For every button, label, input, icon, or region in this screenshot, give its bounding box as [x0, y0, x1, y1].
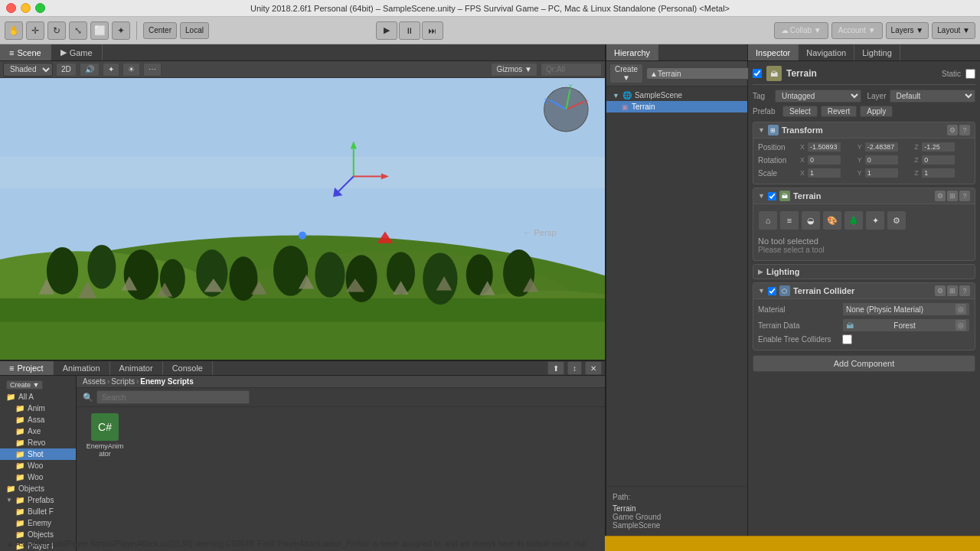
rot-y-input[interactable]: [864, 155, 899, 165]
terrain-smooth-btn[interactable]: ◒: [801, 210, 821, 230]
local-btn[interactable]: Local: [180, 22, 209, 39]
account-btn[interactable]: Account ▼: [831, 22, 883, 39]
terrain-collider-checkbox[interactable]: [768, 287, 776, 295]
terrain-comp-header[interactable]: ▼ 🏔 Terrain ⚙ ⊞ ?: [753, 188, 975, 204]
terrain-collider-ref-btn[interactable]: ⊞: [947, 285, 958, 296]
scene-tab[interactable]: ≡ Scene: [0, 44, 51, 60]
lighting-header[interactable]: ▶ Lighting: [753, 265, 975, 279]
hierarchy-scene-item[interactable]: ▼ 🌐 SampleScene: [606, 90, 747, 101]
terrain-comp-checkbox[interactable]: [768, 192, 776, 201]
center-btn[interactable]: Center: [143, 22, 177, 39]
project-item-create[interactable]: Create ▼: [0, 379, 76, 391]
inspector-tab[interactable]: Inspector: [748, 44, 799, 60]
terrain-paint-details-btn[interactable]: ✦: [865, 210, 885, 230]
tag-select[interactable]: Untagged: [775, 90, 861, 103]
animator-tab[interactable]: Animator: [110, 361, 163, 375]
terrain-settings-btn[interactable]: ⚙: [887, 210, 906, 230]
2d-btn[interactable]: 2D: [56, 63, 77, 77]
bottom-tb-btn3[interactable]: ✕: [585, 361, 602, 375]
gizmos-btn[interactable]: Gizmos ▼: [491, 63, 537, 77]
terrain-comp-help-btn[interactable]: ?: [959, 191, 970, 201]
project-item-enemy[interactable]: 📁 Enemy: [0, 517, 76, 529]
project-item-objects[interactable]: 📁 Objects: [0, 483, 76, 494]
project-item-prefabs[interactable]: ▼ 📁 Prefabs: [0, 494, 76, 506]
animation-tab[interactable]: Animation: [54, 361, 110, 375]
hand-tool-btn[interactable]: ✋: [5, 21, 23, 40]
transform-help-btn[interactable]: ?: [959, 125, 970, 135]
rot-z-input[interactable]: [921, 155, 956, 165]
project-item-shot[interactable]: 📁 Shot: [0, 448, 76, 460]
close-button[interactable]: [6, 3, 16, 13]
terrain-paint-texture-btn[interactable]: 🎨: [822, 210, 842, 230]
transform-tool-btn[interactable]: ✦: [112, 21, 130, 40]
breadcrumb-current[interactable]: Enemy Scripts: [140, 377, 193, 386]
console-tab[interactable]: Console: [163, 361, 213, 375]
terrain-comp-ref-btn[interactable]: ⊞: [947, 191, 958, 201]
lighting-tab[interactable]: Lighting: [854, 44, 900, 60]
project-item-assa[interactable]: 📁 Assa: [0, 414, 76, 425]
prefab-select-btn[interactable]: Select: [782, 106, 818, 117]
audio-btn[interactable]: 🔊: [80, 63, 100, 77]
pos-y-input[interactable]: [864, 142, 899, 152]
create-btn[interactable]: Create ▼: [6, 380, 43, 390]
terrain-raise-btn[interactable]: ⌂: [758, 210, 778, 230]
project-tab[interactable]: ≡ Project: [0, 361, 54, 375]
scale-y-input[interactable]: [864, 168, 899, 178]
transform-header[interactable]: ▼ ⊞ Transform ⚙ ?: [753, 122, 975, 139]
project-item-bullet[interactable]: 📁 Bullet F: [0, 506, 76, 517]
step-btn[interactable]: ⏭: [422, 21, 443, 40]
add-component-btn[interactable]: Add Component: [753, 355, 975, 372]
terrain-collider-header[interactable]: ▼ ⬡ Terrain Collider ⚙ ⊞ ?: [753, 283, 975, 299]
terrain-collider-help-btn[interactable]: ?: [959, 285, 970, 296]
material-browse-btn[interactable]: ◎: [956, 304, 966, 315]
layout-btn[interactable]: Layout ▼: [932, 22, 975, 39]
shading-select[interactable]: Shaded: [3, 63, 53, 77]
prefab-apply-btn[interactable]: Apply: [860, 106, 893, 117]
project-item-revo[interactable]: 📁 Revo: [0, 437, 76, 448]
rot-x-input[interactable]: [807, 155, 841, 165]
prefab-revert-btn[interactable]: Revert: [821, 106, 857, 117]
terrain-collider-settings-btn[interactable]: ⚙: [935, 285, 946, 296]
project-item-woo2[interactable]: 📁 Woo: [0, 471, 76, 483]
rotate-tool-btn[interactable]: ↻: [47, 21, 66, 40]
layers-btn[interactable]: Layers ▼: [886, 22, 929, 39]
project-item-axe[interactable]: 📁 Axe: [0, 425, 76, 437]
minimize-button[interactable]: [21, 3, 31, 13]
project-item-objects2[interactable]: 📁 Objects: [0, 529, 76, 540]
breadcrumb-scripts[interactable]: Scripts: [111, 377, 135, 386]
scene-viewport[interactable]: ← Persp X Y Z: [0, 78, 605, 360]
maximize-button[interactable]: [35, 3, 45, 13]
static-checkbox[interactable]: [965, 69, 975, 79]
hierarchy-terrain-item[interactable]: ▣ Terrain: [606, 101, 747, 112]
game-tab[interactable]: ▶ Game: [51, 44, 103, 60]
file-item-enemy-animator[interactable]: C# EnemyAnimator: [83, 410, 127, 461]
scene-search-input[interactable]: [541, 63, 602, 77]
scale-x-input[interactable]: [807, 168, 841, 178]
play-btn[interactable]: ▶: [376, 21, 397, 40]
bottom-tb-btn1[interactable]: ⬆: [547, 361, 564, 375]
pos-z-input[interactable]: [921, 142, 956, 152]
project-item-alla[interactable]: 📁 All A: [0, 391, 76, 403]
terrain-place-trees-btn[interactable]: 🌲: [844, 210, 864, 230]
terrain-paint-height-btn[interactable]: ≡: [779, 210, 799, 230]
pause-btn[interactable]: ⏸: [399, 21, 420, 40]
terrain-data-browse-btn[interactable]: ◎: [956, 320, 966, 331]
pos-x-input[interactable]: [807, 142, 841, 152]
navigation-tab[interactable]: Navigation: [799, 44, 854, 60]
scale-z-input[interactable]: [921, 168, 956, 178]
breadcrumb-assets[interactable]: Assets: [83, 377, 106, 386]
terrain-comp-settings-btn[interactable]: ⚙: [935, 191, 946, 201]
project-search-input[interactable]: [96, 390, 250, 404]
project-item-anim[interactable]: 📁 Anim: [0, 403, 76, 414]
hierarchy-create-btn[interactable]: Create ▼: [609, 64, 643, 83]
bottom-tb-btn2[interactable]: ↕: [567, 361, 582, 375]
obj-active-checkbox[interactable]: [753, 69, 762, 78]
fx-btn[interactable]: ✦: [103, 63, 119, 77]
project-item-woo1[interactable]: 📁 Woo: [0, 460, 76, 471]
collab-btn[interactable]: ☁ Collab ▼: [774, 22, 828, 39]
rect-tool-btn[interactable]: ⬜: [90, 21, 109, 40]
scene-fx2-btn[interactable]: ⋯: [143, 63, 162, 77]
scale-tool-btn[interactable]: ⤡: [69, 21, 87, 40]
hierarchy-tab[interactable]: Hierarchy: [606, 44, 658, 60]
scene-light-btn[interactable]: ☀: [122, 63, 140, 77]
